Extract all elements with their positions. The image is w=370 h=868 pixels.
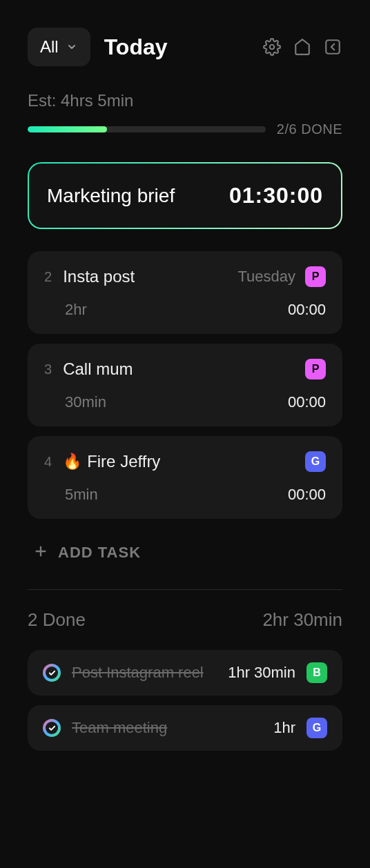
task-row-top: 2 Insta post Tuesday P — [44, 266, 326, 287]
task-index: 4 — [44, 454, 52, 470]
task-list: 2 Insta post Tuesday P 2hr 00:00 3 Call … — [28, 251, 342, 519]
done-badge: G — [306, 718, 327, 738]
collapse-icon[interactable] — [323, 37, 342, 57]
divider — [28, 589, 342, 590]
task-card[interactable]: 3 Call mum P 30min 00:00 — [28, 344, 342, 426]
task-badge: P — [305, 266, 326, 287]
task-badge: G — [305, 451, 326, 472]
task-index: 3 — [44, 362, 52, 377]
progress-row: 2/6 DONE — [28, 121, 342, 137]
done-duration: 1hr — [273, 719, 295, 737]
task-row-bottom: 2hr 00:00 — [44, 301, 326, 319]
task-row-top: 3 Call mum P — [44, 359, 326, 379]
task-estimate: 30min — [44, 393, 106, 411]
task-estimate: 5min — [44, 486, 98, 504]
task-clock: 00:00 — [288, 301, 326, 319]
check-icon — [43, 719, 61, 737]
done-title: Team meeting — [72, 719, 273, 737]
done-list: Post Instagram reel 1hr 30min B Team mee… — [28, 650, 342, 751]
done-total-time: 2hr 30min — [262, 609, 342, 631]
done-count: 2 Done — [28, 609, 86, 631]
check-icon — [43, 664, 61, 682]
done-badge: B — [306, 662, 327, 683]
task-title: Insta post — [63, 267, 237, 286]
task-index: 2 — [44, 269, 52, 285]
estimate-label: Est: 4hrs 5min — [28, 91, 342, 110]
header-left: All Today — [28, 28, 168, 66]
done-task-card[interactable]: Post Instagram reel 1hr 30min B — [28, 650, 342, 696]
task-clock: 00:00 — [288, 486, 326, 504]
plus-icon — [33, 544, 48, 562]
task-title: Call mum — [63, 359, 305, 379]
add-task-button[interactable]: ADD TASK — [28, 529, 342, 577]
active-task-name: Marketing brief — [47, 185, 175, 207]
progress-fill — [28, 126, 107, 132]
task-clock: 00:00 — [288, 393, 326, 411]
home-icon[interactable] — [293, 37, 312, 57]
header: All Today — [28, 28, 342, 66]
task-row-bottom: 30min 00:00 — [44, 393, 326, 411]
task-emoji: 🔥 — [63, 453, 81, 471]
task-row-top: 4 🔥 Fire Jeffry G — [44, 451, 326, 472]
task-title: Fire Jeffry — [87, 452, 305, 471]
filter-dropdown[interactable]: All — [28, 28, 90, 66]
done-task-card[interactable]: Team meeting 1hr G — [28, 705, 342, 751]
progress-text: 2/6 DONE — [277, 121, 342, 137]
done-header: 2 Done 2hr 30min — [28, 609, 342, 631]
active-task-card[interactable]: Marketing brief 01:30:00 — [28, 162, 342, 229]
header-icons — [262, 37, 342, 57]
done-title: Post Instagram reel — [72, 664, 228, 682]
task-estimate: 2hr — [44, 301, 87, 319]
estimate-section: Est: 4hrs 5min 2/6 DONE — [28, 91, 342, 137]
filter-label: All — [40, 37, 59, 57]
svg-point-0 — [270, 45, 275, 50]
add-task-label: ADD TASK — [58, 544, 141, 562]
task-badge: P — [305, 359, 326, 379]
svg-rect-1 — [326, 40, 340, 54]
active-task-time: 01:30:00 — [229, 183, 323, 208]
task-card[interactable]: 4 🔥 Fire Jeffry G 5min 00:00 — [28, 436, 342, 519]
task-card[interactable]: 2 Insta post Tuesday P 2hr 00:00 — [28, 251, 342, 334]
settings-icon[interactable] — [262, 37, 282, 57]
task-meta: Tuesday — [237, 268, 295, 286]
task-row-bottom: 5min 00:00 — [44, 486, 326, 504]
chevron-down-icon — [66, 41, 78, 53]
page-title: Today — [104, 34, 168, 60]
progress-bar — [28, 126, 266, 132]
done-duration: 1hr 30min — [228, 664, 295, 682]
